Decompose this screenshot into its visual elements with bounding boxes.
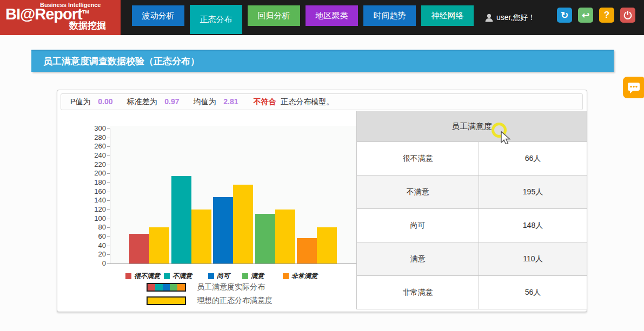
swatch-segment [177, 284, 185, 291]
legend-actual: 员工满意度实际分布 [147, 283, 186, 292]
table-row-非常满意: 非常满意56人 [357, 276, 587, 309]
legend-actual-label: 员工满意度实际分布 [197, 282, 265, 292]
back-button[interactable]: ↩ [578, 8, 593, 23]
y-tick-label: 200 [85, 170, 106, 177]
table-row-尚可: 尚可148人 [357, 209, 587, 242]
bar-ideal-尚可 [233, 185, 253, 264]
y-tick-label: 0 [85, 260, 106, 267]
y-tick-mark [107, 200, 110, 201]
tab-2[interactable]: 回归分析 [248, 5, 300, 26]
y-tick-mark [107, 210, 110, 210]
legend-ideal: 理想的正态分布满意度 [147, 296, 186, 305]
swatch-segment [163, 284, 170, 291]
row-label: 满意 [357, 242, 479, 275]
y-tick-label: 180 [85, 179, 106, 186]
user-icon [485, 13, 493, 22]
legend-label: 很不满意 [134, 272, 160, 281]
table-row-满意: 满意110人 [357, 242, 587, 276]
legend-swatch [208, 273, 214, 279]
action-buttons: ↻↩? [557, 8, 635, 23]
main-panel: P值为 0.00 标准差为 0.97 均值为 2.81 不符合 正态分布模型。 … [57, 90, 587, 312]
y-tick-mark [107, 183, 110, 183]
legend-item-很不满意: 很不满意 [125, 272, 160, 281]
y-tick-mark [107, 192, 110, 192]
help-icon: ? [604, 10, 609, 21]
power-icon [623, 10, 633, 20]
legend-ideal-swatch [147, 296, 186, 305]
row-label: 非常满意 [357, 276, 479, 309]
y-tick-mark [107, 246, 110, 246]
legend-label: 满意 [251, 272, 264, 281]
y-tick-label: 280 [85, 134, 106, 141]
table-row-很不满意: 很不满意66人 [357, 142, 587, 175]
page: Business Intelligence BI@ReportTM 数据挖掘 波… [0, 0, 644, 331]
y-tick-label: 20 [85, 251, 106, 258]
legend-label: 不满意 [172, 272, 192, 281]
top-header: Business Intelligence BI@ReportTM 数据挖掘 波… [0, 0, 644, 35]
bar-ideal-很不满意 [149, 227, 169, 264]
legend-label: 尚可 [217, 272, 230, 281]
tab-0[interactable]: 波动分析 [132, 5, 184, 26]
y-tick-label: 40 [85, 242, 106, 249]
satisfaction-table: 员工满意度 很不满意66人不满意195人尚可148人满意110人非常满意56人 [356, 111, 587, 309]
chat-bubble-icon [623, 77, 644, 98]
y-tick-mark [107, 173, 110, 174]
help-button[interactable]: ? [599, 8, 614, 23]
bar-ideal-非常满意 [317, 227, 337, 264]
legend-item-满意: 满意 [242, 272, 264, 281]
y-tick-mark [107, 219, 110, 219]
x-axis [110, 264, 357, 264]
row-value: 148人 [479, 209, 587, 242]
back-icon: ↩ [582, 10, 589, 21]
swatch-segment [148, 284, 155, 291]
y-tick-mark [107, 237, 110, 237]
row-label: 很不满意 [357, 142, 479, 175]
y-tick-label: 60 [85, 233, 106, 240]
y-tick-mark [107, 254, 110, 255]
table-header: 员工满意度 [357, 111, 587, 142]
tab-4[interactable]: 时间趋势 [363, 5, 416, 26]
y-tick-label: 100 [85, 215, 106, 222]
y-tick-label: 220 [85, 161, 106, 168]
y-axis [110, 129, 110, 264]
y-tick-label: 260 [85, 143, 106, 150]
swatch-segment [170, 284, 177, 291]
refresh-icon: ↻ [561, 10, 568, 21]
legend-label: 非常满意 [291, 272, 317, 281]
y-tick-mark [107, 129, 110, 129]
row-value: 195人 [479, 175, 587, 208]
logo-tm: TM [82, 9, 89, 15]
bar-actual-不满意 [171, 176, 191, 264]
y-tick-mark [107, 165, 110, 165]
mouse-cursor-icon [501, 131, 511, 144]
bar-actual-很不满意 [129, 234, 149, 264]
y-tick-mark [107, 227, 110, 228]
row-label: 不满意 [357, 175, 479, 208]
y-tick-mark [107, 138, 110, 138]
legend-item-尚可: 尚可 [208, 272, 230, 281]
row-value: 56人 [479, 276, 587, 309]
y-tick-label: 80 [85, 224, 106, 231]
y-tick-label: 140 [85, 197, 106, 204]
bar-ideal-满意 [275, 210, 295, 264]
bar-actual-非常满意 [297, 238, 317, 264]
table-row-不满意: 不满意195人 [357, 175, 587, 209]
legend-swatch [125, 273, 131, 279]
y-tick-label: 300 [85, 125, 106, 132]
y-tick-mark [107, 156, 110, 156]
bar-chart: 0204060801001201401601802002202402602803… [57, 90, 356, 312]
user-greeting: user,您好！ [496, 13, 535, 23]
legend-item-非常满意: 非常满意 [283, 272, 317, 281]
legend-actual-swatch [147, 283, 186, 292]
bar-actual-满意 [255, 214, 275, 264]
tab-5[interactable]: 神经网络 [421, 5, 474, 26]
tab-3[interactable]: 地区聚类 [306, 5, 358, 26]
swatch-segment [155, 284, 163, 291]
chat-button[interactable] [623, 77, 644, 98]
power-button[interactable] [620, 8, 635, 23]
tab-1[interactable]: 正态分布 [190, 5, 242, 34]
refresh-button[interactable]: ↻ [557, 8, 572, 23]
row-value: 66人 [479, 142, 587, 175]
logo-subtitle: 数据挖掘 [69, 19, 106, 32]
y-tick-label: 160 [85, 188, 106, 195]
